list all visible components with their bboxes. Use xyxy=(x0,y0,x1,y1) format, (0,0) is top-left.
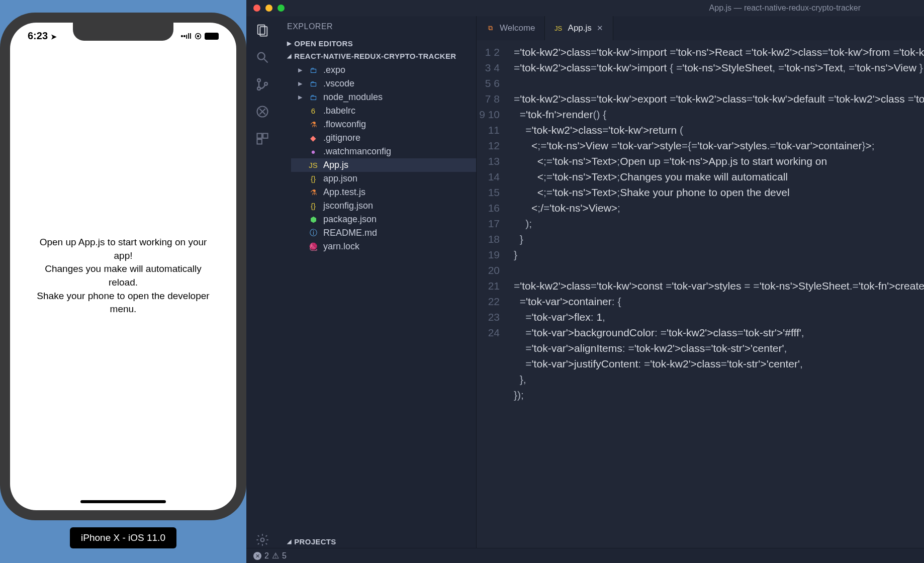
projects-section[interactable]: ◢PROJECTS xyxy=(278,535,476,548)
statusbar-time: 6:23 ➤ xyxy=(28,30,57,42)
svg-point-2 xyxy=(257,53,264,60)
file-icon: ⧉ xyxy=(486,24,495,32)
tree-item-label: .expo xyxy=(323,65,345,75)
device-notch xyxy=(73,23,173,41)
project-section[interactable]: ◢REACT-NATIVE-REDUX-CRYPTO-TRACKER xyxy=(278,50,476,62)
signal-icon: ••ıll xyxy=(181,32,192,40)
file-item[interactable]: {}app.json xyxy=(291,172,476,185)
tab-label: App.js xyxy=(568,23,592,33)
debug-icon[interactable] xyxy=(254,104,270,120)
file-icon: ⬢ xyxy=(308,215,318,224)
file-icon: ⚗ xyxy=(308,188,318,197)
file-tree: ▶🗀.expo▶🗀.vscode▶🗀node_modules6.babelrc⚗… xyxy=(278,62,476,254)
code-content[interactable]: ='tok-kw2'>class='tok-kw'>import ='tok-n… xyxy=(507,40,924,548)
close-tab-icon[interactable]: ✕ xyxy=(597,24,604,33)
file-icon: ● xyxy=(308,147,318,156)
tree-item-label: .flowconfig xyxy=(323,119,366,130)
editor-tab[interactable]: JSApp.js✕ xyxy=(545,16,613,40)
tree-item-label: jsconfig.json xyxy=(323,201,373,211)
svg-point-6 xyxy=(264,82,267,85)
tree-item-label: .vscode xyxy=(323,78,354,89)
file-icon: JS xyxy=(308,161,318,169)
wifi-icon: ⦿ xyxy=(195,32,202,40)
file-item[interactable]: 6.babelrc xyxy=(291,104,476,118)
sidebar: EXPLORER ▶OPEN EDITORS ◢REACT-NATIVE-RED… xyxy=(278,16,477,548)
minimize-window-icon[interactable] xyxy=(265,5,272,12)
chevron-right-icon: ▶ xyxy=(298,94,303,101)
editor-area: ⧉WelcomeJSApp.js✕ ▢ ⋯ 1 2 3 4 5 6 7 8 9 … xyxy=(477,16,924,548)
file-item[interactable]: 🧶yarn.lock xyxy=(291,240,476,253)
source-control-icon[interactable] xyxy=(254,76,270,92)
device-screen: 6:23 ➤ ••ıll ⦿ Open up App.js to start w… xyxy=(10,23,236,510)
tree-item-label: App.test.js xyxy=(323,187,365,198)
simulator-label: iPhone X - iOS 11.0 xyxy=(70,527,176,548)
file-item[interactable]: JSApp.js xyxy=(291,158,476,172)
tree-item-label: .gitignore xyxy=(323,133,360,143)
problems-indicator[interactable]: ✕2 ⚠5 xyxy=(253,551,287,560)
file-item[interactable]: ◆.gitignore xyxy=(291,131,476,145)
svg-point-5 xyxy=(257,87,260,90)
app-text-line1: Open up App.js to start working on your … xyxy=(30,236,216,262)
device-frame: 6:23 ➤ ••ıll ⦿ Open up App.js to start w… xyxy=(0,13,246,520)
open-editors-section[interactable]: ▶OPEN EDITORS xyxy=(278,37,476,50)
svg-rect-10 xyxy=(257,139,261,144)
svg-point-11 xyxy=(260,538,264,542)
extensions-icon[interactable] xyxy=(254,131,270,147)
file-icon: ⓘ xyxy=(308,228,318,238)
explorer-icon[interactable] xyxy=(254,22,270,38)
tree-item-label: yarn.lock xyxy=(323,241,359,252)
simulator-pane: 6:23 ➤ ••ıll ⦿ Open up App.js to start w… xyxy=(0,0,246,563)
line-gutter: 1 2 3 4 5 6 7 8 9 10 11 12 13 14 15 16 1… xyxy=(477,40,507,548)
file-item[interactable]: ⓘREADME.md xyxy=(291,226,476,240)
svg-rect-8 xyxy=(257,134,261,138)
folder-item[interactable]: ▶🗀node_modules xyxy=(291,90,476,104)
battery-icon xyxy=(205,33,219,40)
tree-item-label: package.json xyxy=(323,214,377,225)
file-icon: {} xyxy=(308,202,318,210)
file-icon: JS xyxy=(554,25,563,32)
chevron-right-icon: ▶ xyxy=(298,80,303,87)
chevron-right-icon: ▶ xyxy=(287,40,291,47)
zoom-window-icon[interactable] xyxy=(278,5,285,12)
code-editor[interactable]: 1 2 3 4 5 6 7 8 9 10 11 12 13 14 15 16 1… xyxy=(477,40,924,548)
tab-bar: ⧉WelcomeJSApp.js✕ ▢ ⋯ xyxy=(477,16,924,40)
file-item[interactable]: ⚗App.test.js xyxy=(291,185,476,199)
app-text-line3: Shake your phone to open the developer m… xyxy=(30,290,216,316)
close-window-icon[interactable] xyxy=(253,5,260,12)
warning-icon: ⚠ xyxy=(272,551,279,560)
file-icon: ⚗ xyxy=(308,120,318,129)
traffic-lights[interactable] xyxy=(246,5,292,12)
tree-item-label: node_modules xyxy=(323,92,383,103)
sidebar-title: EXPLORER xyxy=(278,16,476,37)
folder-icon: 🗀 xyxy=(308,66,318,74)
tree-item-label: app.json xyxy=(323,173,357,184)
tab-label: Welcome xyxy=(500,23,535,33)
file-icon: ◆ xyxy=(308,134,318,143)
home-indicator xyxy=(80,500,166,503)
chevron-down-icon: ◢ xyxy=(287,53,291,59)
file-item[interactable]: ●.watchmanconfig xyxy=(291,145,476,158)
activity-bar xyxy=(246,16,278,548)
folder-item[interactable]: ▶🗀.vscode xyxy=(291,77,476,90)
search-icon[interactable] xyxy=(254,49,270,65)
folder-item[interactable]: ▶🗀.expo xyxy=(291,63,476,77)
svg-point-4 xyxy=(257,79,260,82)
folder-icon: 🗀 xyxy=(308,93,318,102)
settings-gear-icon[interactable] xyxy=(254,532,270,548)
location-icon: ➤ xyxy=(51,33,57,41)
file-item[interactable]: ⬢package.json xyxy=(291,213,476,226)
error-icon: ✕ xyxy=(253,552,261,560)
window-title: App.js — react-native-redux-crypto-track… xyxy=(292,4,924,13)
svg-rect-9 xyxy=(263,134,267,138)
tree-item-label: App.js xyxy=(323,160,348,170)
chevron-down-icon: ◢ xyxy=(287,538,291,545)
app-text-line2: Changes you make will automatically relo… xyxy=(30,262,216,289)
file-item[interactable]: {}jsconfig.json xyxy=(291,199,476,213)
folder-icon: 🗀 xyxy=(308,79,318,88)
tree-item-label: .babelrc xyxy=(323,106,355,116)
chevron-right-icon: ▶ xyxy=(298,67,303,73)
file-item[interactable]: ⚗.flowconfig xyxy=(291,118,476,131)
svg-line-3 xyxy=(264,59,267,63)
editor-tab[interactable]: ⧉Welcome xyxy=(477,16,545,40)
tree-item-label: README.md xyxy=(323,228,377,238)
